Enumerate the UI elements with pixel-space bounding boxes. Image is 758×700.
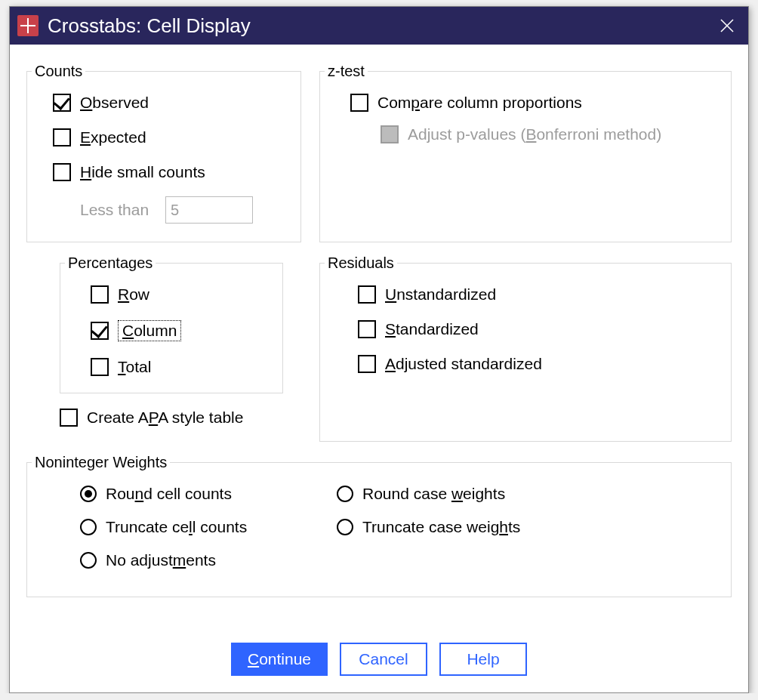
counts-lessthan-label: Less than xyxy=(80,201,149,219)
counts-hidesmall-option[interactable]: Hide small counts xyxy=(53,163,300,181)
percent-column-option[interactable]: Column xyxy=(91,320,282,341)
counts-expected-label: Expected xyxy=(80,128,146,146)
weights-trunc-case-label: Truncate case weights xyxy=(362,518,520,536)
checkbox-icon xyxy=(91,285,109,304)
percent-row-option[interactable]: Row xyxy=(91,285,282,304)
percent-column-label: Column xyxy=(118,320,181,341)
residual-std-label: Standardized xyxy=(385,320,479,338)
radio-icon xyxy=(337,486,353,502)
weights-noadjust-option[interactable]: No adjustments xyxy=(80,551,329,569)
counts-expected-option[interactable]: Expected xyxy=(53,128,300,146)
weights-noadjust-label: No adjustments xyxy=(106,551,216,569)
residual-unstd-label: Unstandardized xyxy=(385,285,496,304)
checkbox-icon xyxy=(91,358,109,376)
ztest-legend: z-test xyxy=(325,63,368,80)
residual-adj-option[interactable]: Adjusted standardized xyxy=(358,355,731,373)
weights-legend: Noninteger Weights xyxy=(32,454,170,471)
counts-observed-option[interactable]: Observed xyxy=(53,94,300,112)
residual-std-option[interactable]: Standardized xyxy=(358,320,731,338)
help-button[interactable]: Help xyxy=(439,643,527,676)
checkbox-icon xyxy=(358,320,376,338)
radio-icon xyxy=(80,486,97,502)
counts-group: Counts Observed Expected Hide small coun… xyxy=(26,63,301,242)
dialog-title: Crosstabs: Cell Display xyxy=(48,14,712,38)
percent-total-label: Total xyxy=(118,358,151,376)
residuals-group: Residuals Unstandardized Standardized Ad… xyxy=(319,254,732,442)
weights-round-cell-label: Round cell counts xyxy=(106,485,232,503)
checkbox-icon xyxy=(381,125,399,143)
dialog-body: Counts Observed Expected Hide small coun… xyxy=(10,45,748,692)
weights-trunc-cell-label: Truncate cell counts xyxy=(106,518,247,536)
weights-trunc-cell-option[interactable]: Truncate cell counts xyxy=(80,518,329,536)
percent-total-option[interactable]: Total xyxy=(91,358,282,376)
dialog-window: Crosstabs: Cell Display Counts Observed xyxy=(9,6,749,693)
radio-icon xyxy=(80,519,97,535)
top-row: Counts Observed Expected Hide small coun… xyxy=(26,63,732,242)
radio-icon xyxy=(337,519,353,535)
residual-adj-label: Adjusted standardized xyxy=(385,355,542,373)
close-icon xyxy=(720,19,734,32)
ztest-group: z-test Compare column proportions Adjust… xyxy=(319,63,732,242)
percent-row-label: Row xyxy=(118,285,149,304)
checkbox-icon xyxy=(53,94,71,112)
mid-row: Percentages Row Column Total xyxy=(26,254,732,442)
ztest-compare-option[interactable]: Compare column proportions xyxy=(350,94,731,112)
checkbox-icon xyxy=(358,285,376,304)
continue-button[interactable]: Continue xyxy=(231,643,328,676)
counts-lessthan-input[interactable] xyxy=(165,196,253,224)
residual-unstd-option[interactable]: Unstandardized xyxy=(358,285,731,304)
checkbox-icon xyxy=(60,409,78,427)
button-row: Continue Cancel Help xyxy=(26,638,732,682)
titlebar: Crosstabs: Cell Display xyxy=(10,7,748,45)
counts-hidesmall-label: Hide small counts xyxy=(80,163,205,181)
cancel-button[interactable]: Cancel xyxy=(340,643,427,676)
weights-round-case-label: Round case weights xyxy=(362,485,505,503)
ztest-compare-label: Compare column proportions xyxy=(377,94,582,112)
percentages-legend: Percentages xyxy=(65,254,156,272)
checkbox-icon xyxy=(91,322,109,340)
counts-observed-label: Observed xyxy=(80,94,149,112)
weights-round-case-option[interactable]: Round case weights xyxy=(337,485,586,503)
weights-group: Noninteger Weights Round cell counts Rou… xyxy=(26,454,732,597)
weights-trunc-case-option[interactable]: Truncate case weights xyxy=(337,518,586,536)
percentages-group: Percentages Row Column Total xyxy=(60,254,283,393)
app-icon xyxy=(17,15,39,36)
radio-icon xyxy=(80,552,97,569)
checkbox-icon xyxy=(53,163,71,181)
mid-left: Percentages Row Column Total xyxy=(26,254,301,442)
close-button[interactable] xyxy=(712,11,742,41)
checkbox-icon xyxy=(53,128,71,146)
counts-legend: Counts xyxy=(32,63,85,80)
ztest-adjust-label: Adjust p-values (Bonferroni method) xyxy=(408,125,661,143)
counts-lessthan-row: Less than xyxy=(80,196,300,224)
weights-round-cell-option[interactable]: Round cell counts xyxy=(80,485,329,503)
ztest-adjust-option: Adjust p-values (Bonferroni method) xyxy=(381,125,731,143)
checkbox-icon xyxy=(358,355,376,373)
apa-label: Create APA style table xyxy=(87,409,243,427)
apa-option[interactable]: Create APA style table xyxy=(60,409,301,427)
residuals-legend: Residuals xyxy=(325,254,397,272)
checkbox-icon xyxy=(350,94,368,112)
